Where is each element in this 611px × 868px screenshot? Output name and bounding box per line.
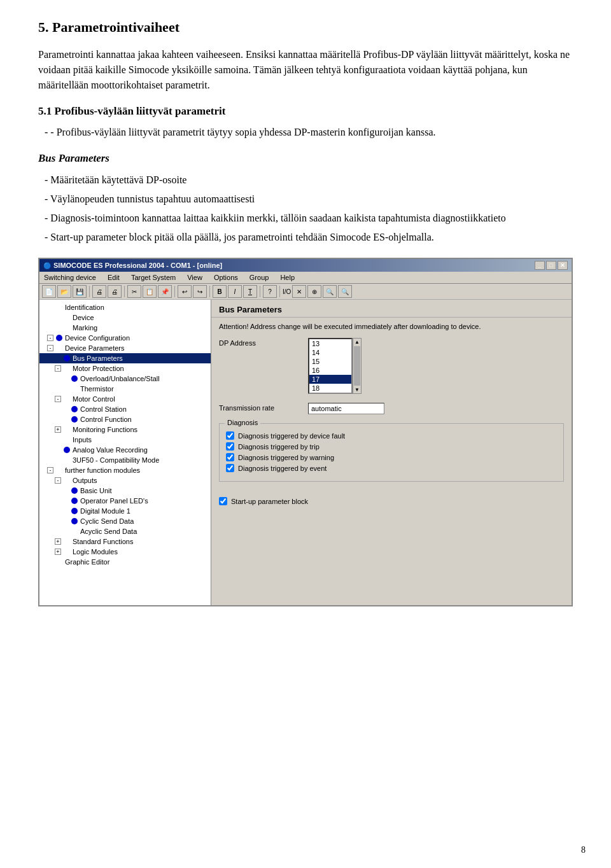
tree-item[interactable]: Analog Value Recording [39,445,211,455]
bold-button[interactable]: B [213,285,227,298]
tree-item[interactable]: +Monitoring Functions [39,424,211,435]
tree-item-label: Inputs [73,436,92,444]
tree-item[interactable]: Marking [39,323,211,333]
tree-item[interactable]: Control Function [39,414,211,424]
tree-item[interactable]: -Device Parameters [39,343,211,353]
menu-help[interactable]: Help [278,273,297,282]
menu-view[interactable]: View [185,273,204,282]
tree-item[interactable]: Inputs [39,435,211,445]
tree-expand-icon[interactable]: - [55,396,61,402]
tree-expand-icon[interactable]: - [47,467,53,473]
io2-button[interactable]: ⊕ [307,285,321,298]
print-button[interactable]: 🖨 [92,285,106,298]
tree-item[interactable]: Graphic Editor [39,557,211,567]
maximize-button[interactable]: □ [546,261,556,270]
paste-button[interactable]: 📌 [158,285,172,298]
tree-item-icon [70,517,79,526]
listbox-item[interactable]: 14 [309,348,351,357]
tree-item[interactable]: Thermistor [39,384,211,394]
menu-target-system[interactable]: Target System [129,273,178,282]
svg-point-16 [56,467,62,473]
menu-edit[interactable]: Edit [106,273,122,282]
tree-expand-icon[interactable]: - [55,477,61,484]
tree-item[interactable]: Device [39,312,211,323]
new-button[interactable]: 📄 [42,285,56,298]
tree-item[interactable]: +Logic Modules [39,547,211,557]
search-button[interactable]: 🔍 [323,285,337,298]
io-button[interactable]: ✕ [292,285,306,298]
tree-item[interactable]: -Motor Control [39,394,211,404]
tree-expand-icon[interactable]: - [47,335,53,341]
tree-expand-icon[interactable]: - [47,345,53,351]
listbox-item[interactable]: 18 [309,384,351,393]
diagnosis-checkbox[interactable] [226,453,234,461]
title-controls[interactable]: _ □ ✕ [535,261,568,270]
tree-expand-icon[interactable]: + [55,426,61,433]
menu-switching-device[interactable]: Switching device [42,273,98,282]
copy-button[interactable]: 📋 [143,285,157,298]
redo-button[interactable]: ↪ [193,285,207,298]
dp-listbox[interactable]: 131415161718 [308,338,353,394]
tree-item-label: Acyclic Send Data [80,528,137,535]
svg-point-14 [64,447,70,453]
tree-item[interactable]: Overload/Unbalance/Stall [39,374,211,384]
bus-params-list: Määritetään käytettävä DP-osoite Väyläno… [45,172,573,245]
tree-item-label: Thermistor [80,385,114,393]
tree-item[interactable]: Cyclic Send Data [39,516,211,526]
listbox-item[interactable]: 15 [309,357,351,366]
svg-point-17 [64,477,70,484]
italic-button[interactable]: I [228,285,242,298]
tree-item[interactable]: Identification [39,302,211,312]
tree-expand-icon [62,528,69,535]
open-button[interactable]: 📂 [57,285,71,298]
tree-item-label: Basic Unit [80,487,112,494]
svg-point-23 [64,538,70,545]
tree-item[interactable]: -Device Configuration [39,333,211,343]
tree-item[interactable]: 3UF50 - Compatibility Mode [39,455,211,465]
tree-expand-icon[interactable]: - [55,365,61,372]
print2-button[interactable]: 🖨 [108,285,122,298]
tree-item[interactable]: Acyclic Send Data [39,526,211,536]
tree-item[interactable]: +Standard Functions [39,536,211,547]
tree-item[interactable]: Bus Parameters [39,353,211,363]
cut-button[interactable]: ✂ [127,285,141,298]
tree-item[interactable]: Control Station [39,404,211,414]
dp-scrollbar[interactable]: ▲ ▼ [353,338,362,394]
transmission-rate-input[interactable]: automatic [308,403,384,414]
tree-item[interactable]: -Motor Protection [39,363,211,374]
tree-item-label: Device [73,314,94,321]
diagnosis-checkbox[interactable] [226,442,234,451]
tree-item-icon [70,374,79,383]
svg-point-24 [64,549,70,555]
tree-item[interactable]: Operator Panel LED's [39,496,211,506]
tree-expand-icon[interactable]: + [55,538,61,545]
menu-options[interactable]: Options [212,273,240,282]
listbox-item[interactable]: 17 [309,375,351,384]
svg-point-15 [64,457,70,463]
underline-button[interactable]: T [243,285,257,298]
minimize-button[interactable]: _ [535,261,545,270]
close-button[interactable]: ✕ [558,261,568,270]
tree-item[interactable]: -further function modules [39,465,211,475]
scroll-down-arrow[interactable]: ▼ [354,386,360,393]
tree-item[interactable]: -Outputs [39,475,211,486]
tree-item-icon [62,476,71,485]
tree-expand-icon[interactable]: + [55,549,61,555]
save-button[interactable]: 💾 [73,285,87,298]
listbox-item[interactable]: 16 [309,366,351,375]
zoom-button[interactable]: 🔍 [338,285,352,298]
startup-checkbox[interactable] [219,497,227,505]
tree-item-icon [62,425,71,434]
help-button[interactable]: ? [263,285,277,298]
scroll-up-arrow[interactable]: ▲ [354,339,360,346]
diagnosis-checkbox[interactable] [226,464,234,472]
listbox-item[interactable]: 13 [309,339,351,348]
diagnosis-checkbox[interactable] [226,431,234,440]
undo-button[interactable]: ↩ [178,285,192,298]
startup-label: Start-up parameter block [231,498,308,505]
tree-expand-icon [47,559,53,565]
tree-item-label: Device Configuration [65,334,130,342]
menu-group[interactable]: Group [248,273,271,282]
tree-item[interactable]: Basic Unit [39,486,211,496]
tree-item[interactable]: Digital Module 1 [39,506,211,516]
